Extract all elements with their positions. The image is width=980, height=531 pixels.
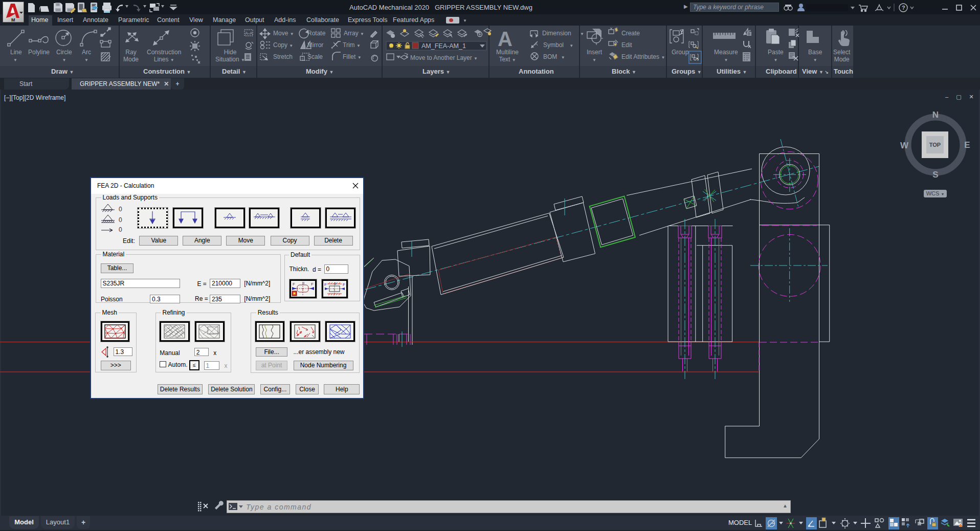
svg-text:?: ? — [902, 5, 905, 11]
svg-text:F: F — [293, 282, 295, 286]
svg-text:A: A — [498, 28, 513, 50]
svg-text:A: A — [534, 41, 538, 47]
svg-text:I: I — [303, 281, 304, 285]
svg-text:F: F — [311, 282, 314, 286]
svg-text:A-A: A-A — [245, 31, 253, 36]
svg-text:F: F — [324, 282, 327, 287]
svg-text:M: M — [11, 17, 15, 22]
svg-text:I: I — [335, 281, 336, 286]
svg-text:AM_FEA-AM_1: AM_FEA-AM_1 — [421, 42, 466, 50]
svg-text:F: F — [343, 282, 345, 287]
